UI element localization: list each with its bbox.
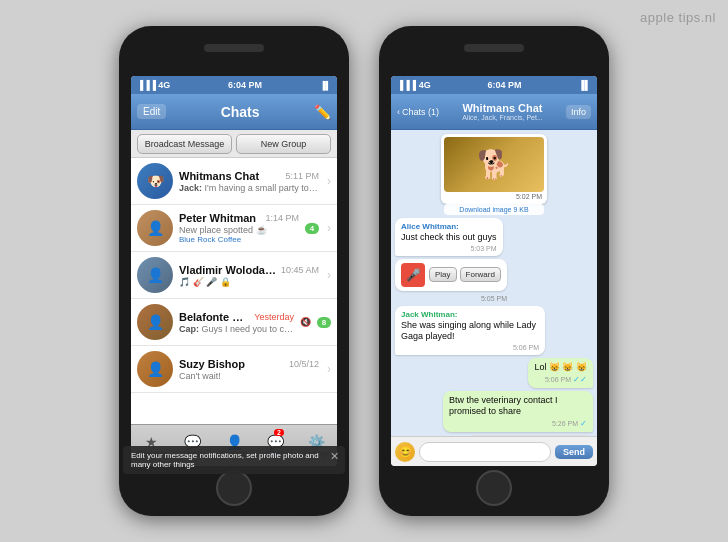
message-input[interactable] [419,442,551,462]
checkmarks-btw: ✓ [580,419,587,428]
chat-preview-vladimir: 🎵 🎸 🎤 🔒 [179,277,319,287]
watermark: apple tips.nl [640,10,716,25]
chat-item-belafonte[interactable]: 👤 Belafonte Crew Yesterday Cap: Guys I n… [131,299,337,346]
msg-sent-btw: Btw the veterinary contact I promised to… [443,391,593,432]
phone-right: ▐▐▐ 4G 6:04 PM ▐▌ ‹ Chats (1) Whitmans C… [379,26,609,516]
chat-preview-whitmans: Jack: I'm having a small party tonight..… [179,183,319,193]
chat-item-suzy[interactable]: 👤 Suzy Bishop 10/5/12 Can't wait! › [131,346,337,393]
avatar-suzy: 👤 [137,351,173,387]
msg-image-container: 🐕 5:02 PM [441,134,547,204]
msg-time-lol: 5:06 PM ✓✓ [534,375,587,384]
chat-time-vladimir: 10:45 AM [281,265,319,275]
chat-name-suzy: Suzy Bishop [179,358,245,370]
chat-list: 🐶 Whitmans Chat 5:11 PM Jack: I'm having… [131,158,337,424]
chat-content-belafonte: Belafonte Crew Yesterday Cap: Guys I nee… [179,311,294,334]
group-chat-name: Whitmans Chat [462,102,542,114]
phone-left-screen: ▐▐▐ 4G 6:04 PM ▐▌ Edit Chats ✏️ Broadcas… [131,76,337,466]
voice-time: 5:05 PM [395,295,593,302]
signal-right: ▐▐▐ 4G [397,80,431,90]
back-button[interactable]: ‹ Chats (1) [397,107,439,117]
voice-play-button[interactable]: Play [429,267,457,282]
msg-text-lol: Lol 😸 😸 😸 [534,362,587,374]
msg-time-btw: 5:26 PM ✓ [449,419,587,428]
status-bar-left: ▐▐▐ 4G 6:04 PM ▐▌ [131,76,337,94]
msg-text-alice: Just check this out guys [401,232,497,244]
chat-name-whitmans: Whitmans Chat [179,170,259,182]
battery-right: ▐▌ [578,80,591,90]
checkmarks-lol: ✓✓ [573,375,587,384]
msg-image-thumb: 🐕 [444,137,544,192]
home-button-left[interactable] [216,470,252,506]
chat-item-vladimir[interactable]: 👤 Vladimir Wolodarsky 10:45 AM 🎵 🎸 🎤 🔒 › [131,252,337,299]
new-group-button[interactable]: New Group [236,134,331,154]
badge-peter: 4 [305,223,319,234]
chats-title: Chats [166,104,314,120]
chat-item-peter[interactable]: 👤 Peter Whitman 1:14 PM New place spotte… [131,205,337,252]
msg-jack-text: Jack Whitman: She was singing along whil… [395,306,545,355]
avatar-whitmans: 🐶 [137,163,173,199]
chat-time-whitmans: 5:11 PM [285,171,319,181]
avatar-belafonte: 👤 [137,304,173,340]
compose-button[interactable]: ✏️ [314,104,331,120]
chevron-vladimir: › [327,268,331,282]
page-background: apple tips.nl ▐▐▐ 4G 6:04 PM ▐▌ Edit Cha… [0,0,728,542]
chat-content-peter: Peter Whitman 1:14 PM New place spotted … [179,212,299,244]
time-left: 6:04 PM [228,80,262,90]
chat-time-suzy: 10/5/12 [289,359,319,369]
send-button[interactable]: Send [555,445,593,459]
chevron-suzy: › [327,362,331,376]
nav-bar-left: Edit Chats ✏️ [131,94,337,130]
chats-tab-badge: 2 [274,429,284,436]
badge-belafonte: 8 [317,317,331,328]
home-button-right[interactable] [476,470,512,506]
msg-sender-alice: Alice Whitman: [401,222,497,231]
mute-icon-belafonte: 🔇 [300,317,311,327]
signal-bars: ▐▐▐ [137,80,156,90]
msg-time-jack: 5:06 PM [401,344,539,351]
battery-left: ▐▌ [320,81,331,90]
voice-controls: Play Forward [429,267,501,282]
chat-preview-belafonte: Cap: Guys I need you to come... [179,324,294,334]
signal-left: ▐▐▐ 4G [137,80,170,90]
msg-text-jack: She was singing along while Lady Gaga pl… [401,320,539,343]
msg-text-btw: Btw the veterinary contact I promised to… [449,395,587,418]
avatar-peter: 👤 [137,210,173,246]
messages-area: 🐕 5:02 PM Download image 9 KB Alice Whit… [391,130,597,436]
edit-button[interactable]: Edit [137,104,166,119]
broadcast-button[interactable]: Broadcast Message [137,134,232,154]
info-button[interactable]: Info [566,105,591,119]
chat-time-belafonte: Yesterday [254,312,294,322]
chat-preview-suzy: Can't wait! [179,371,319,381]
emoji-button[interactable]: 😊 [395,442,415,462]
chat-content-whitmans: Whitmans Chat 5:11 PM Jack: I'm having a… [179,170,319,193]
msg-image-row: 🐕 5:02 PM Download image 9 KB [395,134,593,215]
chat-name-belafonte: Belafonte Crew [179,311,250,323]
voice-record-icon: 🎤 [401,263,425,287]
msg-image-time: 5:02 PM [444,192,544,201]
chat-preview-peter: New place spotted ☕ [179,225,299,235]
voice-forward-button[interactable]: Forward [460,267,501,282]
back-chevron-icon: ‹ [397,107,400,117]
group-members: Alice, Jack, Francis, Pet... [462,114,543,121]
chat-item-whitmans[interactable]: 🐶 Whitmans Chat 5:11 PM Jack: I'm having… [131,158,337,205]
battery-icon: ▐▌ [320,81,331,90]
network-type: 4G [158,80,170,90]
msg-download-bar[interactable]: Download image 9 KB [444,204,544,215]
chat-name-peter: Peter Whitman [179,212,256,224]
chat-time-peter: 1:14 PM [265,213,299,223]
phone-left: ▐▐▐ 4G 6:04 PM ▐▌ Edit Chats ✏️ Broadcas… [119,26,349,516]
msg-sender-jack: Jack Whitman: [401,310,539,319]
chat-detail-title-area: Whitmans Chat Alice, Jack, Francis, Pet.… [439,102,566,121]
input-bar: 😊 Send [391,436,597,466]
msg-alice-text: Alice Whitman: Just check this out guys … [395,218,503,256]
chat-detail-nav: ‹ Chats (1) Whitmans Chat Alice, Jack, F… [391,94,597,130]
chat-subpreview-peter: Blue Rock Coffee [179,235,299,244]
time-right: 6:04 PM [487,80,521,90]
chat-content-suzy: Suzy Bishop 10/5/12 Can't wait! [179,358,319,381]
avatar-vladimir: 👤 [137,257,173,293]
action-bar: Broadcast Message New Group [131,130,337,158]
status-bar-right: ▐▐▐ 4G 6:04 PM ▐▌ [391,76,597,94]
chevron-whitmans: › [327,174,331,188]
msg-time-alice: 5:03 PM [401,245,497,252]
msg-voice-bubble: 🎤 Play Forward [395,259,507,291]
